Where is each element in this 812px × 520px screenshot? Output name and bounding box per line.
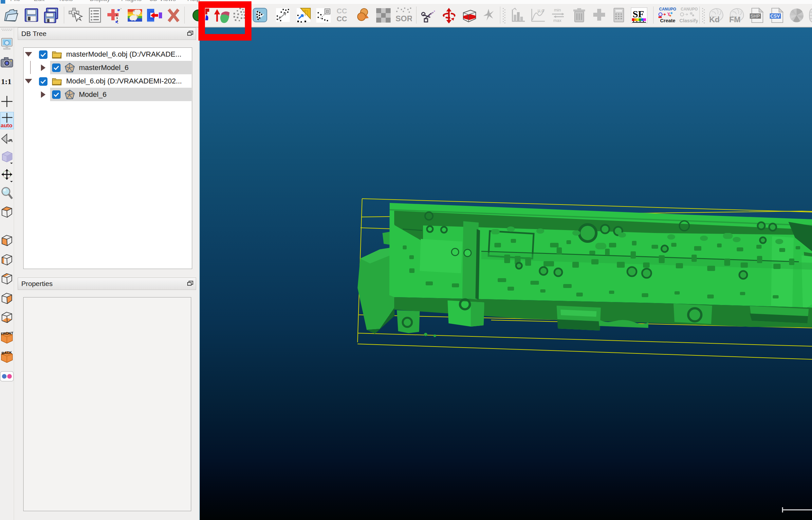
svg-text:μ,σ: μ,σ (538, 8, 544, 13)
svg-text:auto: auto (1, 122, 12, 128)
svg-text:CC: CC (336, 7, 347, 15)
svg-text:CANUPO: CANUPO (659, 7, 676, 11)
svg-text:Create: Create (660, 18, 676, 23)
svg-text:Kd: Kd (709, 15, 720, 24)
svg-text:Classify: Classify (679, 18, 698, 23)
svg-text:BACK: BACK (1, 350, 12, 355)
svg-text:SF: SF (633, 8, 644, 19)
svg-text:CSV: CSV (770, 14, 780, 19)
svg-text:CANUPO: CANUPO (681, 7, 698, 11)
svg-text:CC: CC (336, 15, 347, 23)
svg-text:min: min (554, 7, 561, 12)
svg-text:SOR: SOR (396, 14, 412, 23)
svg-text:SHP: SHP (751, 14, 760, 19)
svg-text:FM: FM (729, 15, 741, 24)
svg-text:1:1: 1:1 (1, 77, 11, 86)
svg-text:max: max (553, 18, 561, 23)
